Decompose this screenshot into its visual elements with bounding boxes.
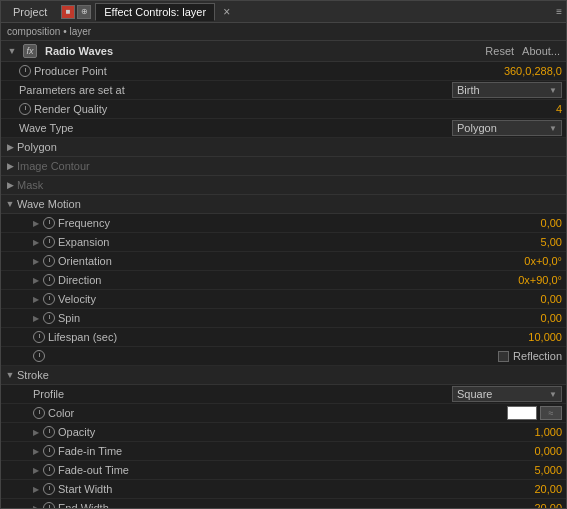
reset-button[interactable]: Reset [485, 45, 514, 57]
mask-label: Mask [17, 179, 562, 191]
polygon-section-header[interactable]: Polygon [1, 138, 566, 157]
color-controls: ≈ [507, 406, 562, 420]
expansion-row: ▶ Expansion 5,00 [1, 233, 566, 252]
stroke-expand-arrow[interactable] [5, 370, 15, 380]
velocity-stopwatch[interactable] [43, 293, 55, 305]
reflection-stopwatch[interactable] [33, 350, 45, 362]
image-contour-section-header[interactable]: Image Contour [1, 157, 566, 176]
parameters-row: Parameters are set at Birth ▼ [1, 81, 566, 100]
lifespan-value[interactable]: 10,000 [528, 331, 562, 343]
effect-expand-arrow[interactable] [7, 46, 17, 56]
parameters-dropdown[interactable]: Birth ▼ [452, 82, 562, 98]
wave-type-dropdown[interactable]: Polygon ▼ [452, 120, 562, 136]
tab-close-button[interactable]: × [223, 5, 230, 19]
velocity-expand[interactable]: ▶ [33, 295, 41, 304]
image-contour-label: Image Contour [17, 160, 562, 172]
spin-stopwatch[interactable] [43, 312, 55, 324]
reflection-checkbox[interactable] [498, 351, 509, 362]
image-contour-expand-arrow[interactable] [5, 161, 15, 171]
opacity-expand[interactable]: ▶ [33, 428, 41, 437]
spin-value[interactable]: 0,00 [541, 312, 562, 324]
start-width-row: ▶ Start Width 20,00 [1, 480, 566, 499]
tab-bar: Project ■ ⊕ Effect Controls: layer × ≡ [1, 1, 566, 23]
fx-icon[interactable]: fx [23, 44, 37, 58]
opacity-value[interactable]: 1,000 [534, 426, 562, 438]
wave-motion-section-header[interactable]: Wave Motion [1, 195, 566, 214]
frequency-expand[interactable]: ▶ [33, 219, 41, 228]
fade-in-expand[interactable]: ▶ [33, 447, 41, 456]
mask-section-header[interactable]: Mask [1, 176, 566, 195]
end-width-expand[interactable]: ▶ [33, 504, 41, 509]
orientation-row: ▶ Orientation 0x+0,0° [1, 252, 566, 271]
frequency-stopwatch[interactable] [43, 217, 55, 229]
profile-label: Profile [33, 388, 452, 400]
frequency-row: ▶ Frequency 0,00 [1, 214, 566, 233]
velocity-value[interactable]: 0,00 [541, 293, 562, 305]
wave-motion-label: Wave Motion [17, 198, 562, 210]
wave-motion-expand-arrow[interactable] [5, 199, 15, 209]
tab-icon-red[interactable]: ■ [61, 5, 75, 19]
stroke-label: Stroke [17, 369, 562, 381]
end-width-value[interactable]: 20,00 [534, 502, 562, 508]
end-width-row: ▶ End Width 20,00 [1, 499, 566, 508]
opacity-stopwatch[interactable] [43, 426, 55, 438]
spin-label: Spin [58, 312, 541, 324]
direction-label: Direction [58, 274, 518, 286]
render-quality-stopwatch[interactable] [19, 103, 31, 115]
orientation-stopwatch[interactable] [43, 255, 55, 267]
color-row: Color ≈ [1, 404, 566, 423]
start-width-expand[interactable]: ▶ [33, 485, 41, 494]
expansion-value[interactable]: 5,00 [541, 236, 562, 248]
mask-expand-arrow[interactable] [5, 180, 15, 190]
lifespan-stopwatch[interactable] [33, 331, 45, 343]
color-label: Color [48, 407, 507, 419]
expansion-stopwatch[interactable] [43, 236, 55, 248]
frequency-value[interactable]: 0,00 [541, 217, 562, 229]
render-quality-value[interactable]: 4 [556, 103, 562, 115]
polygon-label: Polygon [17, 141, 562, 153]
tab-menu-button[interactable]: ≡ [556, 6, 562, 17]
color-eyedropper[interactable]: ≈ [540, 406, 562, 420]
orientation-label: Orientation [58, 255, 524, 267]
reflection-row: Reflection [1, 347, 566, 366]
wave-type-label: Wave Type [19, 122, 452, 134]
color-swatch[interactable] [507, 406, 537, 420]
color-stopwatch[interactable] [33, 407, 45, 419]
end-width-stopwatch[interactable] [43, 502, 55, 508]
spin-row: ▶ Spin 0,00 [1, 309, 566, 328]
expansion-label: Expansion [58, 236, 541, 248]
orientation-expand[interactable]: ▶ [33, 257, 41, 266]
fade-out-stopwatch[interactable] [43, 464, 55, 476]
producer-point-value[interactable]: 360,0,288,0 [504, 65, 562, 77]
direction-expand[interactable]: ▶ [33, 276, 41, 285]
fade-in-label: Fade-in Time [58, 445, 534, 457]
stroke-section-header[interactable]: Stroke [1, 366, 566, 385]
expansion-expand[interactable]: ▶ [33, 238, 41, 247]
reflection-checkbox-container: Reflection [498, 350, 562, 362]
profile-row: Profile Square ▼ [1, 385, 566, 404]
frequency-label: Frequency [58, 217, 541, 229]
wave-type-dropdown-value: Polygon [457, 122, 497, 134]
fade-in-value[interactable]: 0,000 [534, 445, 562, 457]
effect-title: fx Radio Waves [7, 44, 485, 58]
fade-out-value[interactable]: 5,000 [534, 464, 562, 476]
tab-effect-controls[interactable]: Effect Controls: layer [95, 3, 215, 21]
about-button[interactable]: About... [522, 45, 560, 57]
start-width-stopwatch[interactable] [43, 483, 55, 495]
orientation-value[interactable]: 0x+0,0° [524, 255, 562, 267]
polygon-expand-arrow[interactable] [5, 142, 15, 152]
tab-project[interactable]: Project [5, 4, 55, 20]
tab-icon-lock[interactable]: ⊕ [77, 5, 91, 19]
fade-out-expand[interactable]: ▶ [33, 466, 41, 475]
start-width-value[interactable]: 20,00 [534, 483, 562, 495]
effect-name: Radio Waves [45, 45, 113, 57]
fade-in-stopwatch[interactable] [43, 445, 55, 457]
direction-value[interactable]: 0x+90,0° [518, 274, 562, 286]
spin-expand[interactable]: ▶ [33, 314, 41, 323]
direction-stopwatch[interactable] [43, 274, 55, 286]
content-area[interactable]: fx Radio Waves Reset About... Producer P… [1, 41, 566, 508]
header-controls: Reset About... [485, 45, 560, 57]
producer-point-stopwatch[interactable] [19, 65, 31, 77]
render-quality-label: Render Quality [34, 103, 556, 115]
profile-dropdown[interactable]: Square ▼ [452, 386, 562, 402]
